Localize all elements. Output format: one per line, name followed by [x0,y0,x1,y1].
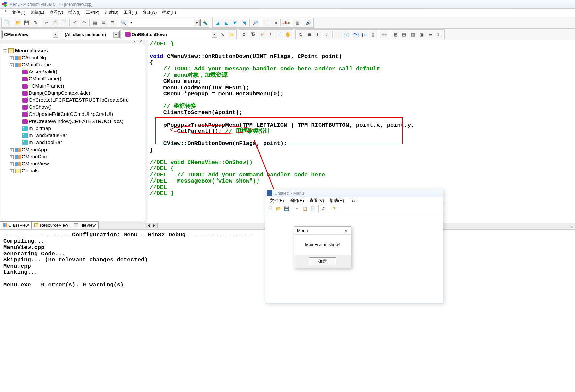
tree-item[interactable]: m_wndToolBar [29,139,62,145]
callstack-button[interactable]: ☰ [426,30,434,38]
msgbox-title-bar[interactable]: Menu ✕ [294,227,351,235]
step-over-button[interactable]: {↷} [352,30,360,38]
restart-button[interactable]: ↻ [297,30,305,38]
menu-project[interactable]: 工程(P) [83,9,102,16]
compile-button[interactable]: ⚙ [240,30,248,38]
dropdown-arrow-icon[interactable] [113,32,119,38]
memory-button[interactable]: ▣ [418,30,426,38]
menu-edit[interactable]: 编辑(E) [28,9,47,16]
break-button[interactable]: ✋ [284,30,292,38]
variables-button[interactable]: ▤ [400,30,408,38]
bookmark-prev-button[interactable]: ◤ [231,19,239,27]
stop-build-button[interactable]: ⚠ [258,30,266,38]
copy-button[interactable]: 📋 [51,19,59,27]
execute-button[interactable]: ! [266,30,274,38]
class-combo[interactable]: CMenuView [2,31,59,38]
find-in-files-button[interactable]: 🔎 [251,19,259,27]
menu-build[interactable]: 组建(B) [102,9,121,16]
bookmark-clear-button[interactable]: ◥ [240,19,248,27]
class-tree[interactable]: -Menu classes +CAboutDlg -CMainFrame Ass… [1,45,144,220]
menu-window[interactable]: 窗口(W) [140,9,159,16]
child-about-button[interactable]: ? [331,205,337,212]
window-list-button[interactable]: ☰ [109,19,117,27]
child-copy-button[interactable]: 📋 [302,205,308,212]
child-app-window[interactable]: Untitled - Menu 文件(F) 编辑(E) 查看(V) 帮助(H) … [265,189,443,303]
child-menu-edit[interactable]: 编辑(E) [287,198,307,204]
bookmark-toggle-button[interactable]: ◢ [214,19,222,27]
tree-item[interactable]: CMenuView [22,161,49,166]
find-category-button[interactable]: 🔍 [120,19,128,27]
tab-resourceview[interactable]: ResourceView [31,221,71,229]
step-out-button[interactable]: {↑} [360,30,368,38]
expand-icon[interactable]: + [10,56,14,60]
menu-help[interactable]: 帮助(H) [159,9,179,16]
quickwatch-button[interactable]: 👓 [380,30,388,38]
child-menu-file[interactable]: 文件(F) [267,198,287,204]
child-title-bar[interactable]: Untitled - Menu [265,189,443,197]
menu-insert[interactable]: 插入(I) [66,9,83,16]
break-all-button[interactable]: ⏸ [314,30,322,38]
watch-button[interactable]: ▦ [391,30,399,38]
collapse-icon[interactable]: - [10,63,14,67]
save-button[interactable]: 💾 [23,19,31,27]
build-button[interactable]: 🏗 [249,30,257,38]
bookmark-next-button[interactable]: ◣ [222,19,231,27]
tree-item[interactable]: Globals [22,168,39,173]
workspace-button[interactable]: ▦ [91,19,99,27]
tree-root[interactable]: Menu classes [15,47,48,53]
stop-debug-button[interactable]: ◼ [305,30,313,38]
tree-item[interactable]: ~CMainFrame() [29,83,64,89]
dropdown-arrow-icon[interactable] [212,32,217,38]
tree-item[interactable]: CMainFrame() [29,76,61,81]
apply-code-button[interactable]: ✓ [323,30,331,38]
filter-combo[interactable]: (All class members) [63,31,120,38]
expand-icon[interactable]: + [10,162,14,166]
go-button[interactable]: 📄 [275,30,283,38]
toggle-ws-button[interactable]: a.b.c [282,19,290,27]
tree-item[interactable]: Dump(CDumpContext &dc) [29,90,90,96]
indent-right-button[interactable]: ⇥ [271,19,279,27]
dropdown-arrow-icon[interactable] [194,20,200,26]
tree-item[interactable]: CMenuDoc [22,154,47,159]
child-print-button[interactable]: 🖨 [320,205,327,212]
expand-icon[interactable]: + [10,169,14,173]
close-icon[interactable]: ✕ [344,228,348,233]
collapse-icon[interactable]: - [3,49,7,53]
tree-item[interactable]: m_wndStatusBar [29,132,67,138]
paste-button[interactable]: 📄 [60,19,68,27]
tree-item[interactable]: CAboutDlg [22,55,46,60]
run-to-cursor-button[interactable]: {} [369,30,377,38]
tree-item[interactable]: OnShow() [29,104,52,110]
menu-tools[interactable]: 工具(T) [121,9,140,16]
expand-icon[interactable]: + [10,148,14,152]
indent-left-button[interactable]: ⇤ [262,19,270,27]
tree-item[interactable]: AssertValid() [29,69,57,74]
find-button[interactable]: 🔦 [201,19,209,27]
undo-button[interactable]: ↶ [71,19,79,27]
scroll-left-button[interactable] [145,223,151,228]
tab-classview[interactable]: ClassView [0,221,32,229]
sound-button[interactable]: 🔊 [304,19,312,27]
save-all-button[interactable]: 🗎 [31,19,39,27]
child-open-button[interactable]: 📂 [275,205,282,212]
tree-item[interactable]: OnCreate(LPCREATESTRUCT lpCreateStru [29,97,129,103]
child-save-button[interactable]: 💾 [283,205,290,212]
new-doc-button[interactable]: 📄 [3,19,11,27]
menu-file[interactable]: 文件(F) [9,9,28,16]
step-into-button[interactable]: {↓} [343,30,351,38]
member-combo[interactable]: OnRButtonDown [124,31,218,38]
open-button[interactable]: 📂 [14,19,22,27]
child-new-button[interactable]: 📄 [267,205,274,212]
tree-item[interactable]: CMainFrame [22,62,51,67]
tree-item[interactable]: OnUpdateEditCut(CCmdUI *pCmdUI) [29,111,113,117]
document-icon[interactable] [2,10,7,15]
child-cut-button[interactable]: ✂ [294,205,300,212]
tree-item[interactable]: m_bitmap [29,125,51,131]
redo-button[interactable]: ↷ [80,19,88,27]
pane-header[interactable] [0,40,145,44]
tree-item[interactable]: CMenuApp [22,146,47,152]
show-next-button[interactable]: → [334,30,342,38]
wizard-button[interactable]: ✨ [227,30,235,38]
child-client-area[interactable] [265,213,443,303]
tree-item[interactable]: PreCreateWindow(CREATESTRUCT &cs) [29,118,123,124]
